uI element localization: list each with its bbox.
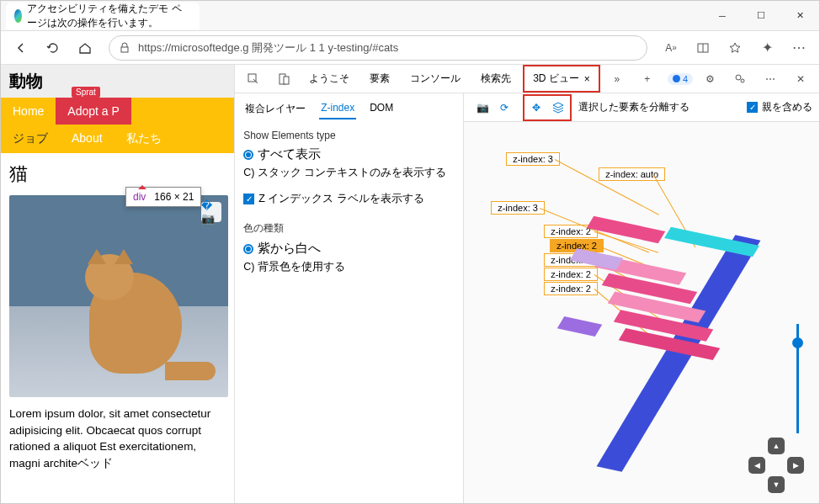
close-button[interactable]: ✕ — [780, 1, 819, 31]
nav-jobs[interactable]: ジョブ — [1, 125, 60, 153]
view-tools-highlighted: ✥ — [523, 94, 572, 121]
zlabel: z-index: 3 — [491, 201, 545, 215]
color-type-heading: 色の種類 — [243, 221, 455, 236]
nav-about[interactable]: About — [60, 125, 114, 153]
layers-icon[interactable] — [548, 98, 568, 118]
menu-icon[interactable]: ⋯ — [757, 66, 784, 93]
zlabel: z-index: 2 — [544, 268, 598, 281]
radio-show-all[interactable]: すべて表示 — [243, 145, 455, 164]
subtab-composite[interactable]: 複合レイヤー — [243, 98, 307, 119]
elements-type-heading: Show Elements type — [243, 130, 455, 141]
maximize-button[interactable]: ☐ — [742, 1, 780, 31]
back-button[interactable] — [8, 34, 35, 61]
3d-canvas[interactable]: 📷 ⟳ ✥ 選択した要素を分離する ✓親を含める z-index: 3 z-in — [464, 93, 819, 504]
window-titlebar: アクセシビリティを備えたデモ ページは次の操作を行います。 ─ ☐ ✕ — [1, 1, 819, 31]
tab-title: アクセシビリティを備えたデモ ページは次の操作を行います。 — [27, 2, 191, 30]
webpage-content: 動物 Sprat Home Adopt a P ジョブ About 私たち di… — [1, 65, 235, 504]
body-text: Lorem ipsum dolor, sit amet consectetur … — [1, 397, 234, 480]
3d-layer — [557, 316, 603, 337]
tab-elements[interactable]: 要素 — [361, 66, 398, 91]
subtab-zindex[interactable]: Z-index — [319, 98, 356, 119]
more-button[interactable]: ⋯ — [785, 34, 812, 61]
text-size-button[interactable]: A» — [658, 34, 684, 61]
dpad-left[interactable]: ◀ — [748, 457, 765, 474]
svg-point-5 — [736, 75, 741, 80]
minimize-button[interactable]: ─ — [703, 1, 742, 31]
sprat-tooltip: Sprat — [72, 87, 100, 98]
radio-background[interactable]: C) 背景色を使用する — [243, 258, 455, 276]
browser-tab[interactable]: アクセシビリティを備えたデモ ページは次の操作を行います。 — [6, 3, 200, 29]
more-tabs-icon[interactable]: » — [604, 66, 631, 93]
dpad-right[interactable]: ▶ — [787, 457, 804, 474]
tab-search[interactable]: 検索先 — [472, 66, 519, 91]
issues-badge[interactable]: 4 — [668, 73, 693, 85]
screenshot-icon[interactable]: 📷 — [472, 98, 493, 118]
cat-image: �📷 — [9, 195, 228, 397]
svg-point-6 — [741, 79, 744, 82]
primary-nav: Sprat Home Adopt a P — [1, 98, 234, 125]
tab-welcome[interactable]: ようこそ — [301, 66, 358, 91]
visual-search-icon[interactable]: �📷 — [201, 202, 221, 222]
devtools-sidebar: 複合レイヤー Z-index DOM Show Elements type すべ… — [235, 93, 464, 504]
close-devtools-icon[interactable]: ✕ — [787, 66, 814, 93]
lock-icon — [118, 41, 131, 55]
svg-rect-4 — [284, 77, 289, 84]
isolate-label: 選択した要素を分離する — [578, 100, 690, 114]
url-text: https://microsoftedge.g 開発ツール 1 1 y-test… — [138, 40, 398, 56]
reader-button[interactable] — [690, 34, 716, 61]
inspect-tooltip: div 166 × 21 — [125, 187, 201, 207]
devtools-panel: ようこそ 要素 コンソール 検索先 3D ビュー× » + 4 ⚙ ⋯ ✕ 複合… — [235, 65, 819, 504]
nav-us[interactable]: 私たち — [114, 125, 173, 153]
add-tab-icon[interactable]: + — [634, 66, 661, 93]
device-icon[interactable] — [270, 66, 297, 93]
radio-stack-only[interactable]: C) スタック コンテキストのみを表示する — [243, 164, 455, 182]
rotate-dpad: ▲ ◀ ▶ ▼ — [748, 438, 804, 493]
close-icon[interactable]: × — [584, 73, 590, 85]
check-include-parent[interactable]: ✓親を含める — [747, 98, 812, 116]
radio-purple-white[interactable]: 紫から白へ — [243, 239, 455, 258]
svg-rect-0 — [121, 47, 128, 52]
sparkle-button[interactable]: ✦ — [753, 34, 780, 61]
zlabel: z-index: 3 — [506, 152, 560, 166]
settings-icon[interactable]: ⚙ — [696, 66, 723, 93]
feedback-icon[interactable] — [727, 66, 753, 93]
reload-icon[interactable]: ⟳ — [494, 98, 514, 118]
address-bar[interactable]: https://microsoftedge.g 開発ツール 1 1 y-test… — [109, 35, 647, 61]
subtab-dom[interactable]: DOM — [368, 98, 395, 119]
refresh-button[interactable] — [40, 34, 67, 61]
dpad-down[interactable]: ▼ — [768, 476, 785, 493]
pan-icon[interactable]: ✥ — [526, 98, 546, 118]
secondary-nav: ジョブ About 私たち — [1, 125, 234, 153]
check-show-zlabel[interactable]: ✓Z インデックス ラベルを表示する — [243, 190, 455, 208]
dpad-up[interactable]: ▲ — [768, 438, 785, 454]
edge-icon — [14, 9, 22, 23]
devtools-tabs: ようこそ 要素 コンソール 検索先 3D ビュー× » + 4 ⚙ ⋯ ✕ — [235, 65, 819, 93]
favorite-button[interactable] — [721, 34, 748, 61]
zlabel: z-index: 2 — [544, 282, 598, 295]
3d-cyan-bar — [664, 227, 759, 257]
inspect-icon[interactable] — [240, 66, 267, 93]
tab-console[interactable]: コンソール — [402, 66, 469, 91]
canvas-toolbar: 📷 ⟳ ✥ 選択した要素を分離する ✓親を含める — [464, 93, 819, 122]
home-button[interactable] — [72, 34, 99, 61]
nav-adopt[interactable]: Adopt a P — [56, 98, 131, 125]
page-title: 動物 — [1, 65, 234, 98]
nav-home[interactable]: Home — [1, 98, 56, 125]
tab-3d-view[interactable]: 3D ビュー× — [523, 65, 600, 93]
browser-toolbar: https://microsoftedge.g 開発ツール 1 1 y-test… — [1, 31, 819, 65]
zoom-slider[interactable] — [796, 324, 799, 433]
